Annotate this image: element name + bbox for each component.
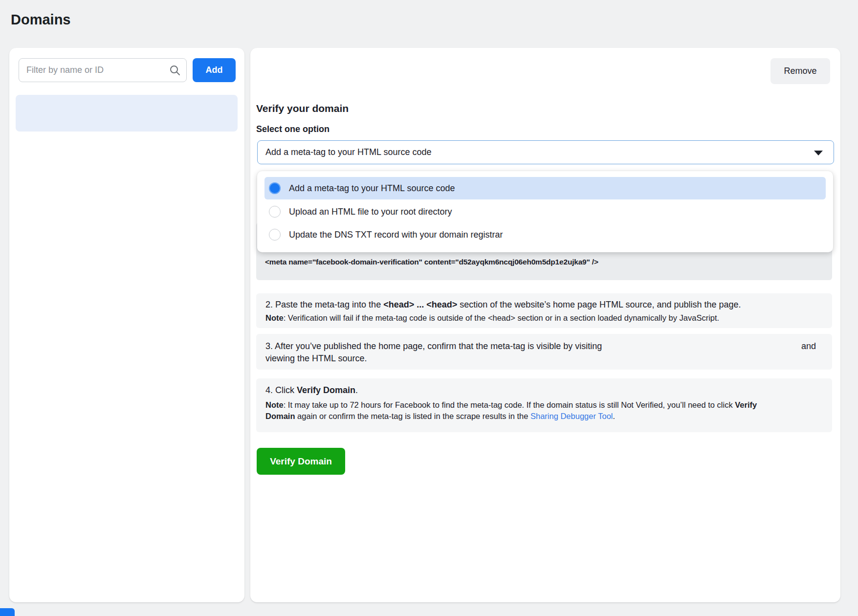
chat-widget[interactable] bbox=[0, 608, 15, 616]
verify-domain-heading: Verify your domain bbox=[256, 103, 349, 114]
filter-input[interactable] bbox=[19, 58, 187, 82]
page-title: Domains bbox=[11, 12, 70, 28]
option-html-file[interactable]: Upload an HTML file to your root directo… bbox=[264, 200, 826, 223]
step-3-text-line2: viewing the HTML source. bbox=[265, 352, 823, 364]
radio-unselected-icon bbox=[269, 206, 281, 218]
step-2-text: 2. Paste the meta-tag into the <head> ..… bbox=[265, 299, 823, 310]
verification-method-select[interactable]: Add a meta-tag to your HTML source code bbox=[257, 140, 834, 164]
add-domain-button[interactable]: Add bbox=[193, 58, 236, 82]
chevron-down-icon bbox=[814, 151, 823, 155]
search-icon bbox=[169, 65, 181, 76]
domains-list-panel: Add bbox=[9, 48, 244, 602]
remove-button[interactable]: Remove bbox=[770, 58, 830, 84]
option-label: Upload an HTML file to your root directo… bbox=[289, 207, 452, 217]
redacted-url bbox=[602, 340, 801, 352]
selected-domain-list-item[interactable] bbox=[16, 95, 238, 132]
option-label: Add a meta-tag to your HTML source code bbox=[289, 183, 455, 194]
verification-method-dropdown: Add a meta-tag to your HTML source code … bbox=[257, 171, 833, 252]
step-3-box: 3. After you’ve published the home page,… bbox=[256, 334, 832, 370]
select-option-label: Select one option bbox=[256, 124, 330, 134]
select-value: Add a meta-tag to your HTML source code bbox=[265, 147, 432, 157]
radio-selected-icon bbox=[269, 182, 281, 194]
step-4-box: 4. Click Verify Domain. Note: It may tak… bbox=[256, 378, 832, 432]
domain-detail-panel: Remove Verify your domain Select one opt… bbox=[250, 48, 840, 602]
option-meta-tag[interactable]: Add a meta-tag to your HTML source code bbox=[264, 177, 826, 199]
step-4-note: Note: It may take up to 72 hours for Fac… bbox=[265, 399, 823, 422]
step-3-text: 3. After you’ve published the home page,… bbox=[265, 340, 823, 352]
step-2-box: 2. Paste the meta-tag into the <head> ..… bbox=[256, 293, 832, 328]
step-4-text: 4. Click Verify Domain. bbox=[265, 384, 823, 396]
option-dns-txt[interactable]: Update the DNS TXT record with your doma… bbox=[264, 223, 826, 246]
verify-domain-button[interactable]: Verify Domain bbox=[257, 448, 345, 475]
option-label: Update the DNS TXT record with your doma… bbox=[289, 230, 503, 240]
sharing-debugger-tool-link[interactable]: Sharing Debugger Tool bbox=[530, 412, 613, 420]
meta-tag-code: <meta name="facebook-domain-verification… bbox=[265, 258, 598, 266]
radio-unselected-icon bbox=[269, 229, 281, 241]
step-2-note: Note: Verification will fail if the meta… bbox=[265, 312, 823, 324]
